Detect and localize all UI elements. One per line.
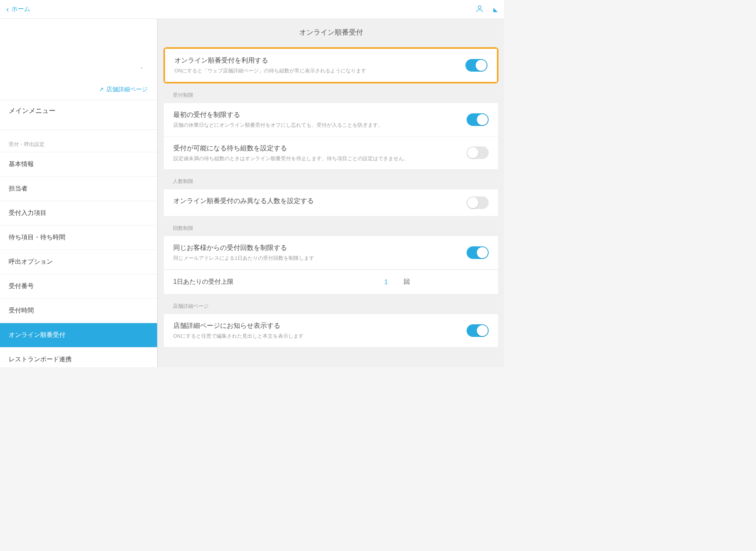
sidebar-main-menu[interactable]: メインメニュー xyxy=(0,100,157,122)
section-header: 受付制限 xyxy=(158,83,504,103)
sidebar-item[interactable]: 基本情報 xyxy=(0,152,157,176)
setting-group: 店舗詳細ページにお知らせ表示するONにすると任意で編集された見出しと本文を表示し… xyxy=(163,314,498,348)
setting-row: オンライン順番受付のみ異なる人数を設定する xyxy=(164,189,498,216)
section-header: 回数制限 xyxy=(158,216,504,236)
sidebar-item[interactable]: レストランボード連携 xyxy=(0,347,157,367)
setting-desc: ONにすると「ウェブ店舗詳細ページ」の待ち組数が常に表示されるようになります xyxy=(174,67,458,75)
page-title: オンライン順番受付 xyxy=(158,19,504,44)
chevron-down-icon[interactable]: ◣ xyxy=(493,6,498,13)
toggle-switch[interactable] xyxy=(467,196,489,209)
sidebar-item[interactable]: 受付時間 xyxy=(0,298,157,323)
setting-group: 同じお客様からの受付回数を制限する同じメールアドレスによる1日あたりの受付回数を… xyxy=(163,236,498,294)
topbar-right: ◣ xyxy=(475,4,498,15)
back-button[interactable]: ‹ ホーム xyxy=(6,5,30,14)
setting-row: 同じお客様からの受付回数を制限する同じメールアドレスによる1日あたりの受付回数を… xyxy=(164,236,498,270)
sidebar-spacer xyxy=(0,19,157,82)
setting-row: 店舗詳細ページにお知らせ表示するONにすると任意で編集された見出しと本文を表示し… xyxy=(164,314,498,347)
toggle-online-reception[interactable] xyxy=(465,59,487,72)
setting-group: 最初の受付を制限する店舗の休業日などにオンライン順番受付をオフにし忘れても、受付… xyxy=(163,103,498,170)
setting-label: 店舗詳細ページにお知らせ表示する xyxy=(173,321,459,330)
setting-label: 最初の受付を制限する xyxy=(173,110,459,119)
value-label: 1日あたりの受付上限 xyxy=(173,278,384,286)
setting-desc: ONにすると任意で編集された見出しと本文を表示します xyxy=(173,333,459,340)
shop-detail-link[interactable]: ↗店舗詳細ページ xyxy=(0,82,157,100)
setting-row: 受付が可能になる待ち組数を設定する設定値未満の待ち組数のときはオンライン順番受付… xyxy=(164,137,498,170)
value-row[interactable]: 1日あたりの受付上限1回 xyxy=(164,270,498,294)
setting-label: 受付が可能になる待ち組数を設定する xyxy=(173,144,459,153)
toggle-switch[interactable] xyxy=(467,113,489,126)
topbar: ‹ ホーム ◣ xyxy=(0,0,504,19)
section-header: 人数制限 xyxy=(158,170,504,189)
setting-desc: 店舗の休業日などにオンライン順番受付をオフにし忘れても、受付が入ることを防ぎます… xyxy=(173,122,459,129)
highlight-setting: オンライン順番受付を利用する ONにすると「ウェブ店舗詳細ページ」の待ち組数が常… xyxy=(163,47,498,83)
sidebar-item[interactable]: 受付番号 xyxy=(0,274,157,298)
sidebar-item[interactable]: 受付入力項目 xyxy=(0,201,157,225)
toggle-switch[interactable] xyxy=(467,146,489,159)
user-icon[interactable] xyxy=(475,4,484,15)
sidebar: ↗店舗詳細ページ メインメニュー 受付・呼出設定 基本情報担当者受付入力項目待ち… xyxy=(0,19,158,367)
toggle-switch[interactable] xyxy=(467,324,489,337)
setting-label: オンライン順番受付のみ異なる人数を設定する xyxy=(173,196,459,205)
sidebar-item[interactable]: 担当者 xyxy=(0,176,157,201)
value-number: 1 xyxy=(384,279,388,286)
setting-desc: 同じメールアドレスによる1日あたりの受付回数を制限します xyxy=(173,255,459,262)
setting-desc: 設定値未満の待ち組数のときはオンライン順番受付を停止します。待ち項目ごとの設定は… xyxy=(173,155,459,163)
setting-group: オンライン順番受付のみ異なる人数を設定する xyxy=(163,189,498,216)
sidebar-item[interactable]: 呼出オプション xyxy=(0,250,157,274)
external-link-icon: ↗ xyxy=(99,86,104,92)
back-label: ホーム xyxy=(11,5,30,13)
svg-point-0 xyxy=(478,6,481,8)
value-unit: 回 xyxy=(404,278,410,286)
setting-label: 同じお客様からの受付回数を制限する xyxy=(173,243,459,252)
setting-label: オンライン順番受付を利用する xyxy=(174,56,458,65)
content-area: オンライン順番受付 オンライン順番受付を利用する ONにすると「ウェブ店舗詳細ペ… xyxy=(158,19,504,367)
sidebar-item[interactable]: オンライン順番受付 xyxy=(0,323,157,347)
chevron-left-icon: ‹ xyxy=(6,5,9,14)
setting-row: 最初の受付を制限する店舗の休業日などにオンライン順番受付をオフにし忘れても、受付… xyxy=(164,103,498,137)
toggle-switch[interactable] xyxy=(467,246,489,259)
section-header: 店舗詳細ページ xyxy=(158,294,504,314)
sidebar-subheader: 受付・呼出設定 xyxy=(0,129,157,152)
sidebar-item[interactable]: 待ち項目・待ち時間 xyxy=(0,225,157,250)
